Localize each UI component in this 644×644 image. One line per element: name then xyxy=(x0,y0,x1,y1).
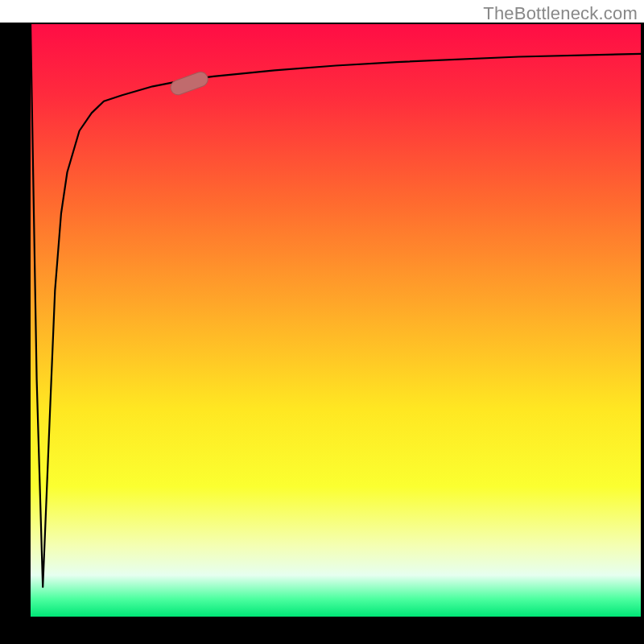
plot-area xyxy=(31,24,641,617)
attribution-text: TheBottleneck.com xyxy=(483,3,638,24)
chart-svg xyxy=(0,0,644,644)
chart-stage: TheBottleneck.com xyxy=(0,0,644,644)
